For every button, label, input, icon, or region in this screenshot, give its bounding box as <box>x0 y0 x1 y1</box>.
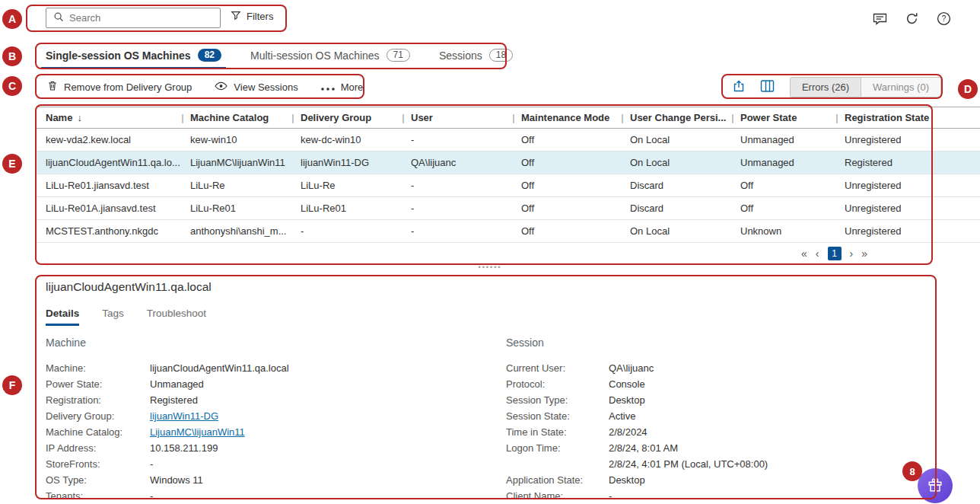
cell-machine-catalog: LiLu-Re <box>183 180 293 191</box>
previous-page-button[interactable]: ‹ <box>816 247 819 260</box>
tab-count-badge: 71 <box>387 49 410 62</box>
field-value: Registered <box>150 394 198 406</box>
field-value: QA\lijuanc <box>609 362 654 374</box>
cell-delivery-group: kew-dc-win10 <box>293 134 403 145</box>
table-row[interactable]: LiLu-Re01A.jiansavd.test LiLu-Re01 LiLu-… <box>37 197 980 220</box>
tab-multi-session-os-machines[interactable]: Multi-session OS Machines 71 <box>250 49 410 69</box>
main-tabs: Single-session OS Machines 82 Multi-sess… <box>46 44 513 69</box>
field-ip-address: IP Address: 10.158.211.199 <box>46 440 289 456</box>
field-label: Logon Time: <box>506 442 609 454</box>
field-label: Registration: <box>46 394 150 406</box>
filters-button[interactable]: Filters <box>231 10 273 23</box>
assistant-button[interactable] <box>918 468 953 503</box>
next-page-button[interactable]: › <box>850 247 854 260</box>
current-page-button[interactable]: 1 <box>828 247 842 260</box>
column-header-registration-state[interactable]: Registration State <box>837 112 980 123</box>
tab-sessions[interactable]: Sessions 18 <box>439 49 513 69</box>
cell-registration-state: Unregistered <box>837 180 980 191</box>
tab-label: Multi-session OS Machines <box>250 49 380 62</box>
field-value: - <box>150 490 153 502</box>
svg-text:?: ? <box>942 14 947 23</box>
field-current-user: Current User: QA\lijuanc <box>506 360 768 376</box>
view-sessions-label: View Sessions <box>234 81 298 93</box>
tab-details[interactable]: Details <box>46 308 79 326</box>
tab-label: Sessions <box>439 49 482 62</box>
column-header-power-state[interactable]: Power State <box>733 112 837 123</box>
cell-maintenance-mode: Off <box>514 225 622 237</box>
field-os-type: OS Type: Windows 11 <box>46 472 289 488</box>
field-value: Desktop <box>609 394 645 406</box>
session-section-heading: Session <box>506 337 768 349</box>
table-row[interactable]: MCSTEST.anthony.nkgdc anthonyshi\anshi_m… <box>37 220 980 243</box>
field-client-name: Client Name: - <box>506 488 768 504</box>
cell-user-change: Discard <box>622 180 733 191</box>
column-header-user[interactable]: User <box>403 112 514 123</box>
trash-icon <box>47 80 58 94</box>
feedback-button[interactable] <box>873 13 887 27</box>
machine-catalog-link[interactable]: LijuanMC\lijuanWin11 <box>150 426 245 438</box>
pagination: « ‹ 1 › » <box>37 243 980 264</box>
field-label: Time in State: <box>506 426 609 438</box>
table-row[interactable]: kew-vda2.kew.local kew-win10 kew-dc-win1… <box>37 129 980 152</box>
field-value: - <box>150 458 153 470</box>
cell-user: - <box>403 225 514 237</box>
last-page-button[interactable]: » <box>861 247 867 260</box>
first-page-button[interactable]: « <box>801 247 807 260</box>
field-value: Unmanaged <box>150 378 204 390</box>
view-sessions-button[interactable]: View Sessions <box>215 81 298 93</box>
tab-tags[interactable]: Tags <box>102 308 124 326</box>
field-registration: Registration: Registered <box>46 392 289 408</box>
delivery-group-link[interactable]: lijuanWin11-DG <box>150 410 218 422</box>
field-session-state: Session State: Active <box>506 408 768 424</box>
cell-registration-state: Registered <box>837 157 980 168</box>
field-label: Delivery Group: <box>46 410 150 422</box>
eye-icon <box>215 81 228 93</box>
refresh-button[interactable] <box>905 12 918 27</box>
cell-power-state: Unmanaged <box>733 134 837 145</box>
cell-name: kew-vda2.kew.local <box>37 134 183 145</box>
column-header-name[interactable]: Name↓ <box>37 112 183 123</box>
callout-badge-8: 8 <box>902 461 922 481</box>
cell-machine-catalog: kew-win10 <box>183 134 293 145</box>
tab-troubleshoot[interactable]: Troubleshoot <box>147 308 206 326</box>
cell-user: - <box>403 180 514 191</box>
field-value: 2/8/24, 8:01 AM <box>609 442 678 454</box>
columns-button[interactable] <box>760 80 775 94</box>
column-header-maintenance-mode[interactable]: Maintenance Mode <box>514 112 622 123</box>
field-tenants: Tenants: - <box>46 488 289 504</box>
field-label: Machine Catalog: <box>46 426 150 438</box>
panel-splitter-handle[interactable]: •••••• <box>0 263 980 271</box>
errors-warnings-toggle: Errors (26) Warnings (0) <box>790 77 941 97</box>
table-row[interactable]: LiLu-Re01.jiansavd.test LiLu-Re LiLu-Re … <box>37 174 980 197</box>
table-row-selected[interactable]: lijuanCloudAgentWin11.qa.lo... LijuanMC\… <box>37 152 980 174</box>
field-logon-time: Logon Time: 2/8/24, 8:01 AM <box>506 440 768 456</box>
field-label: Machine: <box>46 362 150 374</box>
tab-count-badge: 82 <box>198 49 221 62</box>
field-application-state: Application State: Desktop <box>506 472 768 488</box>
warnings-toggle[interactable]: Warnings (0) <box>861 78 940 97</box>
remove-from-delivery-group-button[interactable]: Remove from Delivery Group <box>47 80 192 94</box>
column-header-delivery-group[interactable]: Delivery Group <box>293 112 403 123</box>
filter-funnel-icon <box>231 10 241 23</box>
cell-delivery-group: LiLu-Re01 <box>293 203 403 214</box>
column-header-machine-catalog[interactable]: Machine Catalog <box>183 112 293 123</box>
field-label: Session Type: <box>506 394 609 406</box>
field-value: Console <box>609 378 645 390</box>
export-button[interactable] <box>733 80 745 94</box>
search-input[interactable] <box>69 12 213 24</box>
column-header-user-change[interactable]: User Change Persi... <box>622 112 733 123</box>
more-ellipsis-icon <box>321 81 335 93</box>
errors-toggle[interactable]: Errors (26) <box>791 78 861 97</box>
toolbar-right-group: Errors (26) Warnings (0) <box>733 75 941 98</box>
tab-single-session-os-machines[interactable]: Single-session OS Machines 82 <box>46 49 221 69</box>
callout-letter-b: B <box>2 46 22 66</box>
details-panel: lijuanCloudAgentWin11.qa.local Details T… <box>0 274 980 504</box>
search-box[interactable] <box>46 8 221 28</box>
sort-descending-icon: ↓ <box>77 112 82 123</box>
cell-maintenance-mode: Off <box>514 203 622 214</box>
callout-letter-e: E <box>2 154 22 174</box>
help-button[interactable]: ? <box>937 11 951 28</box>
selected-machine-title: lijuanCloudAgentWin11.qa.local <box>46 280 212 294</box>
more-button[interactable]: More <box>321 81 364 93</box>
columns-icon <box>760 80 775 94</box>
